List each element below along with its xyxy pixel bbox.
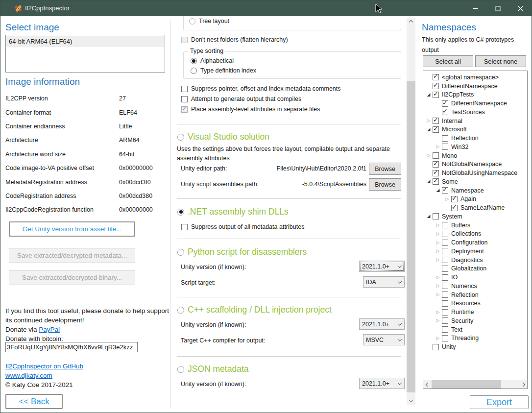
namespace-tree-item[interactable]: ▷Win32 [423,143,527,151]
shim-dlls-option[interactable]: .NET assembly shim DLLs [177,207,289,217]
namespace-checkbox[interactable] [442,109,448,115]
namespace-tree-item[interactable]: ▷Deployment [423,247,527,256]
expander-collapsed-icon[interactable]: ▷ [434,317,442,324]
cpp-compiler-select[interactable]: MSVC [363,334,405,345]
namespace-tree-item[interactable]: ▷Configuration [423,238,527,247]
namespace-tree-item[interactable]: ▷Security [423,316,527,325]
scroll-down-button[interactable] [407,396,415,405]
expander-collapsed-icon[interactable]: ▷ [434,309,442,316]
namespace-tree-item[interactable]: ▷IO [423,273,527,282]
expander-collapsed-icon[interactable]: ▷ [434,231,442,237]
save-binary-button[interactable]: Save extracted/decrypted binary... [9,270,135,285]
cpp-project-option[interactable]: C++ scaffolding / DLL injection project [177,305,332,315]
namespace-tree-item[interactable]: TestSources [423,108,527,117]
namespace-checkbox[interactable] [442,335,448,341]
scroll-up-button[interactable] [407,18,415,26]
expander-expanded-icon[interactable]: ◢ [434,187,442,194]
separate-attributes-checkbox[interactable] [181,106,188,113]
export-button[interactable]: Export [470,395,529,409]
attempt-compile-option[interactable]: Attempt to generate output that compiles [181,96,301,102]
alphabetical-radio[interactable] [191,58,197,64]
back-button[interactable]: << Back [5,394,63,409]
maximize-button[interactable] [486,0,509,16]
namespace-tree-item[interactable]: Resources [423,299,527,308]
namespace-checkbox[interactable] [433,126,439,133]
namespace-checkbox[interactable] [442,266,448,272]
minimize-button[interactable] [464,0,486,16]
website-link[interactable]: www.djkaty.com [5,372,52,379]
namespace-checkbox[interactable] [442,144,448,150]
image-list-item[interactable]: 64-bit ARM64 (ELF64) [6,36,164,47]
namespaces-tree[interactable]: <global namespace>DifferentNamespace◢Il2… [423,71,528,389]
namespace-checkbox[interactable] [433,83,439,89]
namespace-tree-item[interactable]: ◢Namespace [423,186,527,195]
visual-studio-radio[interactable] [177,134,184,141]
namespace-checkbox[interactable] [433,170,439,176]
namespace-checkbox[interactable] [442,292,448,298]
namespace-tree-item[interactable]: NotGlobalUsingNamespace [423,169,527,177]
namespace-checkbox[interactable] [442,240,448,246]
expander-expanded-icon[interactable]: ◢ [425,92,433,98]
json-metadata-option[interactable]: JSON metadata [177,364,249,374]
alphabetical-option[interactable]: Alphabetical [191,57,234,64]
namespace-tree-item[interactable]: ▷Mono [423,151,527,160]
expander-expanded-icon[interactable]: ◢ [425,126,433,133]
expander-collapsed-icon[interactable]: ▷ [425,152,433,159]
expander-collapsed-icon[interactable]: ▷ [434,274,442,281]
namespace-tree-item[interactable]: ▷Reflection [423,291,527,299]
scrollbar-thumb[interactable] [407,81,415,392]
namespace-tree-item[interactable]: ▷Runtime [423,308,527,316]
namespace-checkbox[interactable] [442,326,448,333]
image-listbox[interactable]: 64-bit ARM64 (ELF64) [5,35,165,73]
expander-collapsed-icon[interactable]: ▷ [434,257,442,263]
save-metadata-button[interactable]: Save extracted/decrypted metadata... [9,248,135,263]
expander-collapsed-icon[interactable]: ▷ [434,283,442,289]
expander-collapsed-icon[interactable]: ▷ [434,248,442,254]
expander-collapsed-icon[interactable]: ▷ [425,118,433,124]
attempt-compile-checkbox[interactable] [181,96,188,102]
expander-collapsed-icon[interactable]: ▷ [434,240,442,246]
namespace-tree-item[interactable]: Reflection [423,134,527,143]
namespace-checkbox[interactable] [433,152,439,159]
namespace-checkbox[interactable] [433,213,439,219]
script-target-select[interactable]: IDA [363,276,405,288]
namespace-checkbox[interactable] [442,309,448,316]
namespace-checkbox[interactable] [442,283,448,289]
separate-attributes-option[interactable]: Place assembly-level attributes in separ… [181,106,320,113]
expander-collapsed-icon[interactable]: ▷ [434,292,442,298]
select-all-button[interactable]: Select all [423,55,473,67]
python-unity-version-select[interactable]: 2021.1.0+ [359,261,405,272]
namespace-checkbox[interactable] [442,100,448,107]
flatten-checkbox[interactable] [181,37,188,43]
namespace-checkbox[interactable] [442,274,448,281]
namespace-checkbox[interactable] [433,178,439,185]
namespace-tree-item[interactable]: ◢System [423,212,527,221]
tree-layout-option[interactable]: Tree layout [189,18,229,24]
namespace-tree-item[interactable]: ▷Again [423,195,527,204]
namespace-checkbox[interactable] [433,118,439,124]
editor-path-value[interactable]: Files\Unity\Hub\Editor\2020.2.0f1 [245,165,366,172]
namespace-tree-item[interactable]: ▷Collections [423,230,527,239]
expander-expanded-icon[interactable]: ◢ [425,213,433,219]
cpp-project-radio[interactable] [177,307,184,314]
namespace-checkbox[interactable] [442,222,448,228]
type-definition-index-option[interactable]: Type definition index [191,67,256,74]
type-definition-index-radio[interactable] [191,68,197,74]
expander-collapsed-icon[interactable]: ▷ [434,335,442,341]
python-script-radio[interactable] [177,249,184,256]
namespace-checkbox[interactable] [433,344,439,350]
namespace-tree-item[interactable]: ◢Microsoft [423,125,527,134]
suppress-comments-checkbox[interactable] [181,86,188,92]
expander-collapsed-icon[interactable]: ▷ [434,222,442,228]
namespace-checkbox[interactable] [433,74,439,80]
namespace-tree-item[interactable]: ▷Buffers [423,221,527,230]
tree-horizontal-scrollbar[interactable] [423,380,527,389]
titlebar[interactable]: Il2CppInspector [0,0,532,16]
namespace-checkbox[interactable] [433,92,439,98]
json-unity-version-select[interactable]: 2021.1.0+ [359,378,405,389]
select-none-button[interactable]: Select none [475,55,526,67]
namespace-tree-item[interactable]: ▷Threading [423,334,527,343]
paypal-link[interactable]: PayPal [39,326,60,333]
scroll-right-button[interactable] [519,380,527,389]
expander-collapsed-icon[interactable]: ▷ [443,196,451,202]
